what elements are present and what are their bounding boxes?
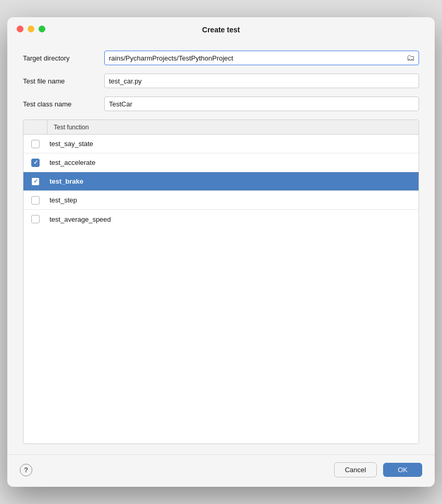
row-checkbox-wrapper	[23, 210, 47, 229]
create-test-dialog: Create test Target directory 🗂 Test file…	[7, 17, 435, 487]
row-checkbox-test-step[interactable]	[31, 196, 40, 205]
test-file-name-label: Test file name	[23, 77, 96, 85]
cancel-button[interactable]: Cancel	[334, 462, 377, 477]
test-file-name-input[interactable]	[104, 74, 419, 88]
test-file-name-row: Test file name	[23, 74, 419, 88]
checkmark-icon: ✓	[33, 160, 38, 165]
table-row[interactable]: test_average_speed	[23, 210, 419, 229]
row-checkbox-test-say-state[interactable]	[31, 140, 40, 148]
row-label-test-brake: test_brake	[47, 177, 83, 185]
row-checkbox-wrapper	[23, 135, 47, 153]
test-file-name-input-wrapper	[104, 74, 419, 88]
row-checkbox-test-brake[interactable]: ✓	[31, 177, 40, 186]
window-controls	[17, 26, 45, 32]
dialog-title: Create test	[202, 26, 240, 34]
check-column-header	[23, 120, 47, 134]
row-label-test-accelerate: test_accelerate	[47, 159, 95, 166]
row-checkbox-wrapper: ✓	[23, 172, 47, 190]
table-row[interactable]: ✓ test_accelerate	[23, 153, 419, 172]
row-checkbox-test-average-speed[interactable]	[31, 215, 40, 223]
row-checkbox-wrapper	[23, 191, 47, 209]
table-row[interactable]: test_step	[23, 191, 419, 210]
test-class-name-row: Test class name	[23, 97, 419, 111]
row-label-test-step: test_step	[47, 196, 77, 204]
ok-button[interactable]: OK	[383, 463, 422, 477]
dialog-content: Target directory 🗂 Test file name Test c…	[7, 40, 435, 454]
checkmark-icon: ✓	[33, 178, 38, 184]
bottom-bar: ? Cancel OK	[7, 454, 435, 487]
target-directory-label: Target directory	[23, 54, 96, 62]
title-bar: Create test	[7, 17, 435, 40]
close-button[interactable]	[17, 26, 23, 32]
help-button[interactable]: ?	[20, 464, 32, 476]
function-column-header: Test function	[47, 124, 95, 131]
row-label-test-average-speed: test_average_speed	[47, 215, 111, 223]
table-row[interactable]: ✓ test_brake	[23, 172, 419, 191]
minimize-button[interactable]	[28, 26, 34, 32]
test-function-table: Test function test_say_state ✓ test_acce…	[23, 119, 419, 444]
target-directory-input-wrapper: 🗂	[104, 51, 419, 65]
row-label-test-say-state: test_say_state	[47, 140, 93, 148]
target-directory-row: Target directory 🗂	[23, 51, 419, 65]
table-row[interactable]: test_say_state	[23, 135, 419, 153]
test-class-name-input-wrapper	[104, 97, 419, 111]
action-buttons: Cancel OK	[334, 462, 422, 477]
target-directory-input[interactable]	[104, 51, 419, 65]
row-checkbox-wrapper: ✓	[23, 153, 47, 172]
test-class-name-label: Test class name	[23, 100, 96, 108]
folder-icon[interactable]: 🗂	[407, 53, 415, 63]
maximize-button[interactable]	[39, 26, 45, 32]
row-checkbox-test-accelerate[interactable]: ✓	[31, 159, 40, 167]
test-class-name-input[interactable]	[104, 97, 419, 111]
table-header: Test function	[23, 120, 419, 135]
